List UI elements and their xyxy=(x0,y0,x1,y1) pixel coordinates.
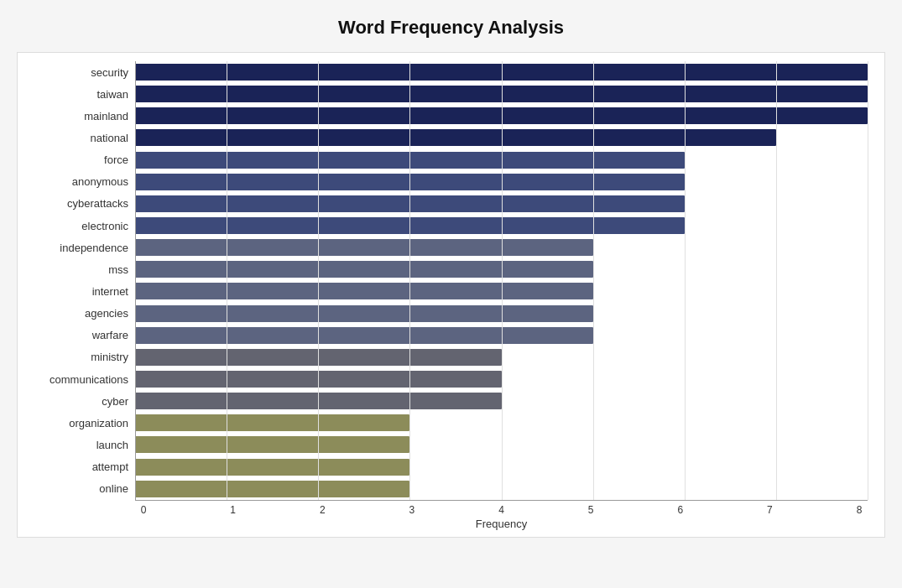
bar xyxy=(135,239,593,256)
y-axis-labels: securitytaiwanmainlandnationalforceanony… xyxy=(26,61,135,500)
bar xyxy=(135,152,685,169)
y-axis-label: warfare xyxy=(26,325,128,346)
x-tick-label: 7 xyxy=(761,504,778,516)
bar xyxy=(135,64,868,81)
bar-row xyxy=(135,127,868,148)
bar xyxy=(135,129,776,146)
bar-row xyxy=(135,413,868,433)
x-tick-label: 4 xyxy=(493,504,510,516)
bar xyxy=(135,107,868,124)
x-tick-label: 5 xyxy=(582,504,599,516)
bar xyxy=(135,459,409,476)
y-axis-label: attempt xyxy=(26,457,128,477)
y-axis-label: security xyxy=(26,62,128,82)
bar xyxy=(135,414,409,431)
bar-row xyxy=(135,479,868,499)
y-axis-label: force xyxy=(26,150,128,170)
bar xyxy=(135,327,593,344)
y-axis-label: mainland xyxy=(26,106,128,126)
bar xyxy=(135,195,685,212)
bar xyxy=(135,217,685,234)
bar-row xyxy=(135,106,868,126)
bar-row xyxy=(135,150,868,170)
y-axis-label: organization xyxy=(26,413,128,433)
y-axis-label: cyberattacks xyxy=(26,194,128,214)
bar-row xyxy=(135,434,868,455)
bar xyxy=(135,86,868,102)
bar-row xyxy=(135,304,868,324)
bar xyxy=(135,371,502,388)
x-axis-label: Frequency xyxy=(135,518,868,530)
y-axis-label: launch xyxy=(26,434,128,455)
y-axis-label: online xyxy=(26,479,128,499)
bar xyxy=(135,261,593,278)
bar-row xyxy=(135,347,868,367)
bar-row xyxy=(135,194,868,214)
y-axis-label: mss xyxy=(26,259,128,279)
bar-row xyxy=(135,237,868,258)
x-tick-label: 8 xyxy=(851,504,868,516)
bar-row xyxy=(135,369,868,389)
y-axis-label: anonymous xyxy=(26,172,128,192)
x-tick-label: 6 xyxy=(672,504,689,516)
chart-title: Word Frequency Analysis xyxy=(17,17,885,39)
x-tick-label: 0 xyxy=(135,504,152,516)
bar-row xyxy=(135,62,868,82)
bar xyxy=(135,349,502,366)
y-axis-label: electronic xyxy=(26,216,128,236)
bar xyxy=(135,174,685,190)
y-axis-label: internet xyxy=(26,281,128,301)
x-tick-label: 2 xyxy=(314,504,331,516)
y-axis-label: taiwan xyxy=(26,84,128,104)
bar-row xyxy=(135,216,868,236)
bar xyxy=(135,283,593,299)
bar-row xyxy=(135,391,868,411)
x-tick-label: 1 xyxy=(225,504,242,516)
x-tick-label: 3 xyxy=(404,504,420,516)
y-axis-label: communications xyxy=(26,369,128,389)
y-axis-label: agencies xyxy=(26,304,128,324)
bar xyxy=(135,393,502,409)
bar-row xyxy=(135,84,868,104)
bar-row xyxy=(135,457,868,477)
bar-row xyxy=(135,325,868,346)
y-axis-label: independence xyxy=(26,237,128,258)
bar xyxy=(135,481,409,497)
gridline xyxy=(868,61,868,500)
y-axis-label: ministry xyxy=(26,347,128,367)
bar-row xyxy=(135,281,868,301)
y-axis-label: national xyxy=(26,127,128,148)
bar xyxy=(135,436,409,453)
y-axis-label: cyber xyxy=(26,391,128,411)
chart-container: Word Frequency Analysis securitytaiwanma… xyxy=(0,0,902,588)
bar-row xyxy=(135,172,868,192)
bar xyxy=(135,305,593,322)
bar-row xyxy=(135,259,868,279)
